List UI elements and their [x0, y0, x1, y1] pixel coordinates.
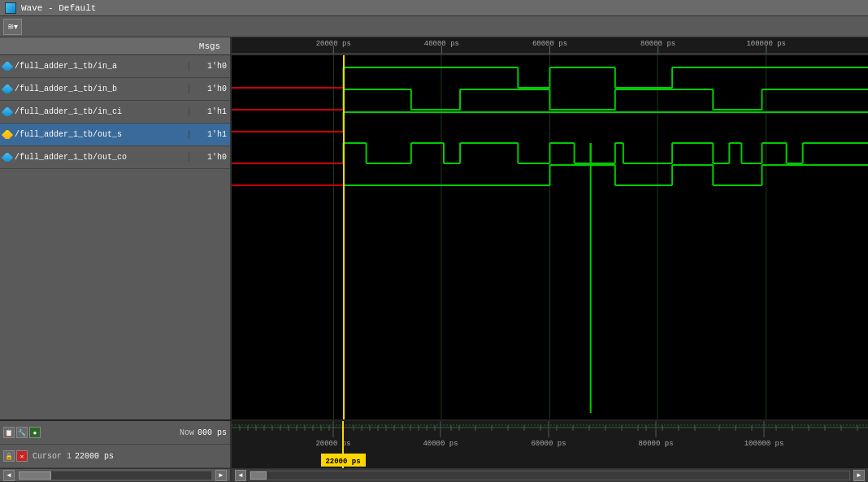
hscroll-bar: ◄ ► ◄ ► [0, 468, 868, 481]
cursor-line [343, 55, 345, 419]
toolbar-wave-icon: ≋ [7, 22, 14, 31]
scroll-thumb-wave[interactable] [250, 471, 267, 480]
waveform-canvas[interactable] [232, 55, 868, 419]
signal-list: /full_adder_1_tb/in_a1'h0/full_adder_1_t… [0, 55, 230, 169]
signal-name-text-4: /full_adder_1_tb/out_co [15, 153, 127, 162]
signal-header: Msgs [0, 37, 230, 55]
signal-diamond-2 [2, 107, 13, 116]
signal-value-0: 1'h0 [189, 62, 230, 71]
svg-text:22000 ps: 22000 ps [325, 458, 360, 466]
cursor-icon[interactable]: ✕ [16, 450, 28, 462]
scroll-right-btn[interactable]: ► [215, 470, 227, 481]
signal-name-text-1: /full_adder_1_tb/in_b [15, 85, 117, 93]
signal-name-text-2: /full_adder_1_tb/in_ci [15, 107, 122, 116]
signal-value-3: 1'h1 [189, 130, 230, 139]
status-left-panel: 📋 🔧 ● Now 000 ps 🔒 ✕ Cursor 1 22000 ps [0, 421, 232, 468]
signal-name-2: /full_adder_1_tb/in_ci [0, 107, 189, 116]
svg-text:100000 ps: 100000 ps [746, 40, 786, 48]
scroll-track-left[interactable] [18, 471, 212, 480]
status-cursor-row: 🔒 ✕ Cursor 1 22000 ps [0, 445, 230, 468]
wave-area[interactable]: 20000 ps 40000 ps 60000 ps 80000 ps 1000… [232, 37, 868, 419]
svg-text:20000 ps: 20000 ps [316, 40, 351, 48]
signal-diamond-0 [2, 62, 13, 71]
title-text: Wave - Default [21, 3, 96, 13]
waveform-svg [232, 55, 868, 419]
signal-name-1: /full_adder_1_tb/in_b [0, 85, 189, 93]
svg-text:80000 ps: 80000 ps [638, 440, 673, 448]
svg-text:60000 ps: 60000 ps [531, 440, 566, 448]
svg-text:20000 ps: 20000 ps [315, 440, 350, 448]
cursor-icons: 🔒 ✕ [3, 450, 28, 462]
scroll-right-wave-btn[interactable]: ► [853, 470, 865, 481]
scroll-track-wave[interactable] [250, 471, 850, 480]
signal-name-text-0: /full_adder_1_tb/in_a [15, 62, 117, 71]
now-value: 000 ps [197, 428, 227, 437]
signal-value-1: 1'h0 [189, 85, 230, 93]
cursor-value: 22000 ps [75, 452, 114, 461]
signal-panel: Msgs /full_adder_1_tb/in_a1'h0/full_adde… [0, 37, 232, 419]
status-icon-3[interactable]: ● [29, 427, 41, 438]
cursor-label: Cursor 1 [33, 452, 72, 461]
signal-row-2[interactable]: /full_adder_1_tb/in_ci1'h1 [0, 101, 230, 124]
signal-name-3: /full_adder_1_tb/out_s [0, 130, 189, 139]
signal-diamond-4 [2, 153, 13, 162]
svg-text:40000 ps: 40000 ps [423, 440, 458, 448]
time-ruler: 20000 ps 40000 ps 60000 ps 80000 ps 1000… [232, 37, 868, 55]
signal-row-0[interactable]: /full_adder_1_tb/in_a1'h0 [0, 55, 230, 78]
svg-text:100000 ps: 100000 ps [744, 440, 784, 448]
status-icons: 📋 🔧 ● [3, 427, 41, 438]
signal-value-4: 1'h0 [189, 153, 230, 162]
toolbar-dropdown-btn[interactable]: ≋ ▾ [3, 19, 22, 35]
toolbar: ≋ ▾ [0, 16, 868, 37]
signal-row-3[interactable]: /full_adder_1_tb/out_s1'h1 [0, 124, 230, 146]
status-timeline-panel: 20000 ps 40000 ps 60000 ps 80000 ps 1000… [232, 421, 868, 468]
status-now-row: 📋 🔧 ● Now 000 ps [0, 421, 230, 445]
scroll-left-btn[interactable]: ◄ [3, 470, 15, 481]
title-bar: Wave - Default [0, 0, 868, 16]
app-icon [5, 2, 16, 14]
svg-text:80000 ps: 80000 ps [640, 40, 675, 48]
status-icon-2[interactable]: 🔧 [16, 427, 28, 438]
status-bar: 📋 🔧 ● Now 000 ps 🔒 ✕ Cursor 1 22000 ps [0, 419, 868, 468]
scroll-thumb-left[interactable] [19, 471, 51, 480]
now-label: Now [180, 428, 194, 437]
status-icon-1[interactable]: 📋 [3, 427, 15, 438]
signal-name-text-3: /full_adder_1_tb/out_s [15, 130, 122, 139]
svg-text:40000 ps: 40000 ps [424, 40, 459, 48]
signal-row-1[interactable]: /full_adder_1_tb/in_b1'h0 [0, 78, 230, 101]
col-msgs-header: Msgs [189, 41, 230, 51]
toolbar-dropdown-arrow: ▾ [14, 22, 18, 31]
signal-name-4: /full_adder_1_tb/out_co [0, 153, 189, 162]
signal-row-4[interactable]: /full_adder_1_tb/out_co1'h0 [0, 146, 230, 169]
scroll-left-wave-btn[interactable]: ◄ [235, 470, 246, 481]
lock-icon[interactable]: 🔒 [3, 450, 15, 462]
signal-diamond-3 [2, 130, 13, 139]
signal-diamond-1 [2, 85, 13, 93]
signal-name-0: /full_adder_1_tb/in_a [0, 62, 189, 71]
signal-value-2: 1'h1 [189, 107, 230, 116]
svg-text:60000 ps: 60000 ps [532, 40, 567, 48]
main-area: Msgs /full_adder_1_tb/in_a1'h0/full_adde… [0, 37, 868, 419]
